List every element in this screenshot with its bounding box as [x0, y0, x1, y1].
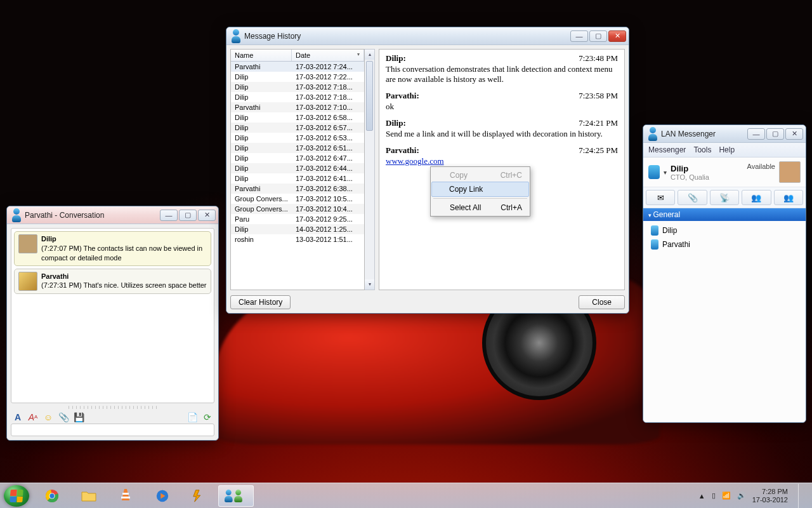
menubar: Messenger Tools Help: [643, 143, 806, 157]
maximize-button[interactable]: ▢: [766, 128, 784, 140]
refresh-button[interactable]: ⟳: [202, 411, 213, 423]
history-row[interactable]: roshin13-03-2012 1:51...: [231, 234, 364, 244]
presence-icon: [651, 225, 658, 236]
history-row[interactable]: Parvathi17-03-2012 7:10...: [231, 102, 364, 112]
history-row[interactable]: Group Convers...17-03-2012 10:4...: [231, 204, 364, 214]
taskbar-vlc[interactable]: [108, 485, 143, 507]
emoji-button[interactable]: ☺: [43, 411, 54, 423]
user-subtitle[interactable]: CTO, Qualia: [671, 173, 743, 181]
taskbar-wmp[interactable]: [145, 485, 180, 507]
close-button[interactable]: ✕: [198, 210, 216, 221]
context-menu: CopyCtrl+C Copy Link Select AllCtrl+A: [430, 166, 530, 217]
message-time: (7:27:07 PM): [41, 244, 82, 252]
history-titlebar[interactable]: Message History — ▢ ✕: [226, 27, 629, 45]
menu-messenger[interactable]: Messenger: [648, 145, 686, 154]
avatar[interactable]: [779, 161, 801, 183]
conversation-toolbar: A AA ☺ 📎 💾 📄 ⟳: [11, 408, 214, 424]
ctx-copy-link[interactable]: Copy Link: [431, 182, 529, 197]
tray-network-icon[interactable]: 📶: [722, 491, 731, 500]
history-row[interactable]: Dilip17-03-2012 6:53...: [231, 133, 364, 143]
minimize-button[interactable]: —: [160, 210, 178, 221]
message-bubble: Dilip (7:27:07 PM) The contacts list can…: [14, 231, 211, 266]
attach-button[interactable]: 📎: [58, 411, 69, 423]
font-button[interactable]: A: [12, 411, 23, 423]
history-row[interactable]: Parvathi17-03-2012 7:24...: [231, 62, 364, 72]
taskbar-chrome[interactable]: [34, 485, 70, 507]
maximize-button[interactable]: ▢: [179, 210, 197, 221]
menu-tools[interactable]: Tools: [693, 145, 711, 154]
close-button[interactable]: ✕: [785, 128, 803, 140]
scroll-down[interactable]: ▾: [365, 279, 374, 290]
history-window: Message History — ▢ ✕ Name Date Parvathi…: [226, 27, 629, 314]
status-dropdown-icon[interactable]: ▾: [664, 169, 667, 176]
splitter[interactable]: ╷╷╷╷╷╷╷╷╷╷╷╷╷╷╷╷╷╷╷╷╷╷╷╷: [11, 403, 214, 408]
clear-history-button[interactable]: Clear History: [230, 295, 291, 309]
history-row[interactable]: Dilip17-03-2012 6:58...: [231, 112, 364, 123]
toolbar-group[interactable]: 👥: [742, 190, 771, 205]
ctx-select-all[interactable]: Select AllCtrl+A: [432, 201, 528, 215]
history-row[interactable]: Dilip17-03-2012 7:18...: [231, 92, 364, 102]
history-button[interactable]: 📄: [187, 411, 198, 423]
contact-item[interactable]: Dilip: [643, 224, 806, 237]
group-header[interactable]: General: [643, 208, 806, 221]
menu-help[interactable]: Help: [719, 145, 735, 154]
maximize-button[interactable]: ▢: [589, 30, 607, 42]
message-text: That's nice. Utilizes screen space bette…: [82, 281, 207, 289]
column-name[interactable]: Name: [231, 50, 292, 61]
main-titlebar[interactable]: LAN Messenger — ▢ ✕: [643, 125, 806, 143]
taskbar-lanmessenger[interactable]: [218, 485, 254, 507]
save-button[interactable]: 💾: [73, 411, 84, 423]
tray-volume-icon[interactable]: 🔊: [737, 491, 746, 500]
history-title: Message History: [244, 32, 569, 41]
history-row[interactable]: Dilip14-03-2012 1:25...: [231, 224, 364, 234]
minimize-button[interactable]: —: [747, 128, 765, 140]
status-icon: [648, 165, 660, 179]
system-tray: ▲ ▯ 📶 🔊 7:28 PM 17-03-2012: [698, 484, 808, 508]
svg-rect-5: [122, 493, 129, 495]
history-row[interactable]: Dilip17-03-2012 6:57...: [231, 123, 364, 133]
history-row[interactable]: Dilip17-03-2012 6:47...: [231, 153, 364, 163]
history-row[interactable]: Dilip17-03-2012 6:51...: [231, 143, 364, 153]
user-status: Available: [747, 163, 775, 170]
toolbar-broadcast[interactable]: ✉: [646, 190, 675, 205]
close-button[interactable]: ✕: [608, 30, 626, 42]
contact-item[interactable]: Parvathi: [643, 237, 806, 251]
tray-clock[interactable]: 7:28 PM 17-03-2012: [752, 488, 788, 504]
tray-battery-icon[interactable]: ▯: [712, 491, 716, 500]
font-color-button[interactable]: AA: [27, 411, 39, 423]
message-input[interactable]: [11, 424, 214, 436]
history-list[interactable]: Name Date Parvathi17-03-2012 7:24...Dili…: [230, 49, 365, 290]
minimize-button[interactable]: —: [570, 30, 588, 42]
presence-icon: [651, 239, 658, 250]
history-header[interactable]: Name Date: [231, 50, 364, 62]
start-button[interactable]: [4, 485, 29, 507]
scrollbar[interactable]: ▴ ▾: [365, 49, 375, 290]
history-row[interactable]: Parvathi17-03-2012 6:38...: [231, 184, 364, 194]
history-row[interactable]: Dilip17-03-2012 6:44...: [231, 163, 364, 173]
history-row[interactable]: Dilip17-03-2012 7:22...: [231, 72, 364, 82]
app-icon: [230, 31, 240, 41]
user-header[interactable]: ▾ Dilip CTO, Qualia Available: [643, 157, 806, 187]
tray-expand-icon[interactable]: ▲: [698, 492, 705, 500]
taskbar-explorer[interactable]: [71, 485, 107, 507]
toolbar-refresh[interactable]: 👥: [774, 190, 803, 205]
history-row[interactable]: Group Convers...17-03-2012 10:5...: [231, 194, 364, 204]
toolbar-file[interactable]: 📎: [678, 190, 707, 205]
scroll-up[interactable]: ▴: [365, 50, 374, 60]
history-row[interactable]: Dilip17-03-2012 6:41...: [231, 173, 364, 184]
history-row[interactable]: Paru17-03-2012 9:25...: [231, 214, 364, 224]
show-desktop-button[interactable]: [798, 484, 806, 508]
history-row[interactable]: Dilip17-03-2012 7:18...: [231, 82, 364, 92]
message-time: (7:27:31 PM): [41, 281, 82, 289]
main-window: LAN Messenger — ▢ ✕ Messenger Tools Help…: [643, 124, 806, 423]
scroll-thumb[interactable]: [366, 61, 373, 131]
taskbar: ▲ ▯ 📶 🔊 7:28 PM 17-03-2012: [0, 483, 812, 508]
link[interactable]: www.google.com: [386, 156, 444, 166]
app-icon: [11, 210, 21, 220]
user-name: Dilip: [671, 164, 743, 173]
taskbar-winamp[interactable]: [181, 485, 217, 507]
toolbar-chatroom[interactable]: 📡: [710, 190, 739, 205]
conversation-titlebar[interactable]: Parvathi - Conversation — ▢ ✕: [7, 206, 218, 224]
column-date[interactable]: Date: [292, 50, 364, 61]
close-history-button[interactable]: Close: [579, 295, 625, 309]
